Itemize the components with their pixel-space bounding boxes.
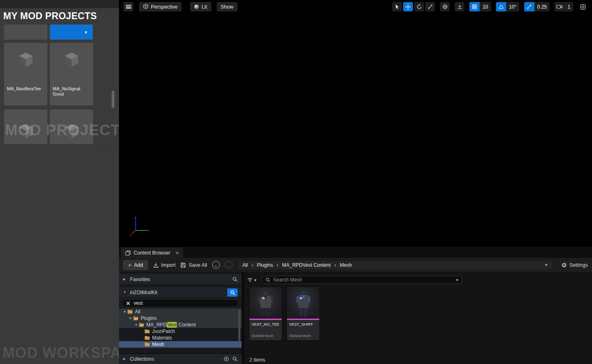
save-all-label: Save All — [188, 262, 207, 268]
expand-arrow-icon[interactable]: ▼ — [134, 323, 139, 327]
camera-speed-value[interactable]: 1 — [565, 4, 573, 10]
tab-content-browser[interactable]: Content Browser × — [121, 248, 183, 258]
item-count-status: 2 items — [249, 357, 265, 363]
expand-arrow-icon[interactable]: ▼ — [123, 290, 127, 294]
settings-button[interactable]: Settings — [561, 262, 588, 268]
tree-item-all[interactable]: ▼ All — [119, 308, 242, 315]
asset-thumbnail — [249, 287, 282, 319]
tree-item-label: JsonPatch — [152, 328, 175, 334]
forward-button[interactable]: → — [225, 261, 233, 269]
project-asset-card[interactable]: MA_NavilleraTee — [4, 43, 47, 105]
scale-tool-button[interactable] — [425, 2, 435, 11]
asset-search-input[interactable] — [273, 277, 453, 283]
rotation-snap-value[interactable]: 10° — [506, 4, 519, 10]
grid-snap-value[interactable]: 10 — [480, 4, 491, 10]
asset-name: VEST_NO_TEE — [249, 320, 282, 326]
project-filter-tile[interactable] — [4, 25, 47, 40]
breadcrumb-item[interactable]: MA_RPDVest Content — [282, 262, 331, 268]
perspective-label: Perspective — [151, 4, 177, 10]
project-dropdown[interactable]: ▾ — [50, 25, 93, 40]
content-browser-tabstrip: Content Browser × — [119, 247, 592, 258]
plus-icon: + — [128, 262, 132, 268]
project-asset-card[interactable] — [4, 109, 47, 145]
tree-item-jsonpatch[interactable]: JsonPatch — [119, 328, 242, 335]
chevron-down-icon[interactable]: ▾ — [456, 277, 459, 283]
tree-item-label: Plugins — [141, 315, 157, 321]
add-collection-icon[interactable] — [224, 356, 229, 362]
folder-icon — [144, 335, 150, 340]
scrollbar-thumb[interactable] — [112, 91, 114, 108]
search-match-highlight: Vest — [167, 322, 177, 328]
cube-icon — [63, 123, 81, 142]
source-section[interactable]: ▼ inZOIModKit — [119, 287, 242, 297]
add-label: Add — [134, 262, 143, 268]
asset-search-field[interactable]: ▾ — [261, 276, 462, 284]
camera-speed-button[interactable] — [554, 2, 565, 11]
search-icon[interactable] — [232, 356, 238, 362]
asset-type: Skeletal Mesh — [287, 334, 319, 340]
breadcrumb-item[interactable]: Mesh — [340, 262, 352, 268]
breadcrumb-item[interactable]: All — [242, 262, 248, 268]
show-button[interactable]: Show — [217, 2, 238, 11]
breadcrumb[interactable]: All › Plugins › MA_RPDVest Content › Mes… — [238, 260, 552, 270]
asset-tile-vest-no-tee[interactable]: VEST_NO_TEE Skeletal Mesh — [249, 287, 282, 340]
folder-search-field[interactable] — [122, 299, 239, 307]
scale-snap-value[interactable]: 0.25 — [534, 4, 549, 10]
clear-search-icon[interactable] — [126, 301, 130, 306]
expand-arrow-icon[interactable]: ▶ — [123, 277, 127, 281]
asset-name: MA_NoSignal Good — [53, 86, 90, 97]
folder-search-input[interactable] — [134, 300, 235, 306]
search-icon — [230, 290, 235, 295]
panel-title: MY MOD PROJECTS — [3, 11, 97, 22]
import-button[interactable]: Import — [153, 262, 175, 268]
viewport[interactable]: Perspective Lit Show — [119, 0, 592, 247]
search-icon[interactable] — [232, 277, 238, 282]
tree-item-materials[interactable]: Materials — [119, 335, 242, 341]
tree-item-plugins[interactable]: ▼ Plugins — [119, 315, 242, 322]
perspective-button[interactable]: Perspective — [139, 2, 182, 11]
open-folder-icon — [139, 322, 144, 327]
back-button[interactable]: ← — [212, 261, 220, 269]
cube-icon — [63, 51, 81, 71]
close-icon[interactable]: × — [175, 250, 179, 256]
expand-arrow-icon[interactable]: ▼ — [122, 310, 127, 314]
gear-icon — [561, 262, 567, 268]
filter-button[interactable]: ▾ — [247, 278, 256, 282]
tree-item-mesh[interactable]: Mesh — [119, 341, 242, 348]
grid-snap-control: 10 — [469, 2, 491, 11]
content-browser-icon — [125, 250, 131, 256]
expand-arrow-icon[interactable]: ▶ — [123, 357, 127, 361]
grid-snap-toggle[interactable] — [469, 2, 480, 11]
expand-arrow-icon[interactable]: ▼ — [128, 317, 133, 320]
axis-y-label: Y — [148, 229, 150, 232]
viewport-menu-button[interactable] — [123, 2, 133, 11]
project-asset-card[interactable]: MA_NoSignal Good — [50, 43, 93, 105]
viewport-layout-button[interactable] — [578, 2, 588, 11]
rotate-tool-button[interactable] — [414, 2, 424, 11]
chevron-down-icon[interactable]: ▾ — [545, 262, 547, 268]
lit-button[interactable]: Lit — [190, 2, 211, 11]
project-asset-card[interactable] — [50, 109, 93, 145]
tree-item-label: All — [135, 309, 140, 315]
surface-snap-button[interactable] — [455, 2, 464, 11]
save-all-button[interactable]: Save All — [180, 262, 207, 268]
breadcrumb-item[interactable]: Plugins — [257, 262, 273, 268]
select-tool-button[interactable] — [392, 2, 402, 11]
asset-tile-vest-shirt[interactable]: VEST_SHIRT Skeletal Mesh — [287, 287, 319, 340]
scale-snap-toggle[interactable] — [524, 2, 534, 11]
move-tool-button[interactable] — [403, 2, 413, 11]
rotation-snap-control: 10° — [496, 2, 519, 11]
add-button[interactable]: + Add — [123, 260, 148, 270]
rotation-snap-toggle[interactable] — [496, 2, 506, 11]
asset-filter-row: ▾ ▾ — [247, 276, 462, 284]
lit-sphere-icon — [194, 4, 199, 9]
projects-scroll-area[interactable]: ▾ MA_NavilleraTee MA_NoSignal Good — [0, 24, 119, 145]
favorites-section[interactable]: ▶ Favorites — [119, 274, 242, 284]
source-search-button[interactable] — [227, 288, 238, 297]
tree-item-label: Mesh — [152, 342, 164, 347]
watermark-text: MOD WORKSPAC — [2, 344, 119, 362]
world-space-button[interactable] — [440, 2, 450, 11]
collections-section[interactable]: ▶ Collections — [119, 353, 242, 364]
tree-scrollbar-thumb[interactable] — [238, 309, 240, 341]
tree-item-ma-rpdvest-content[interactable]: ▼ MA_RPDVest Content — [119, 322, 242, 328]
